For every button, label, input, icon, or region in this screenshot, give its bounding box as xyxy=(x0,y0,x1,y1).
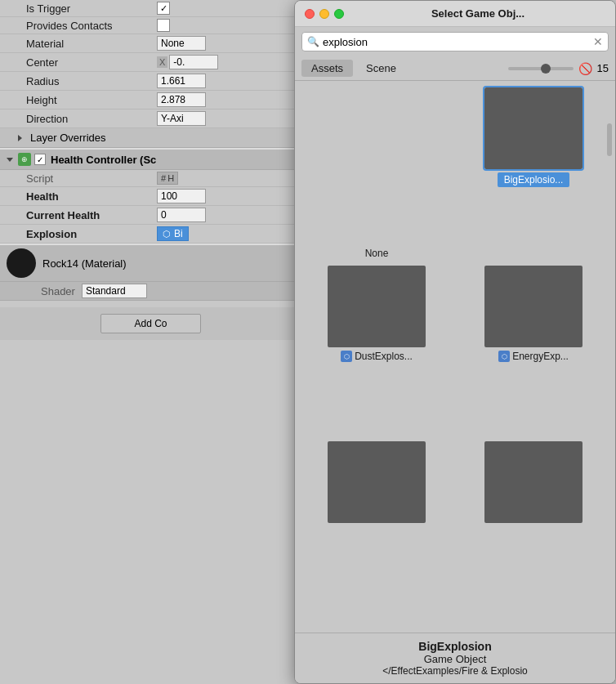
explosion-label: Explosion xyxy=(26,228,157,240)
material-value[interactable]: None xyxy=(157,36,206,51)
tab-scene[interactable]: Scene xyxy=(356,60,406,77)
dialog-bottom: BigExplosion Game Object </EffectExample… xyxy=(295,633,615,683)
provides-contacts-checkbox[interactable] xyxy=(157,19,170,32)
health-controller-header: ⊕ ✓ Health Controller (Sc xyxy=(0,148,301,170)
radius-label: Radius xyxy=(26,75,157,87)
shader-value[interactable]: Standard xyxy=(82,284,147,298)
explosion-value: Bi xyxy=(174,228,183,239)
asset-item-dustexplosion[interactable]: ⬡ DustExplos... xyxy=(301,266,452,434)
explosion-row: Explosion ⬡ Bi xyxy=(0,225,301,244)
height-value[interactable]: 2.878 xyxy=(157,92,206,107)
search-clear-icon[interactable]: ✕ xyxy=(593,35,603,48)
asset-label-row-energyexplosion: ⬡ EnergyExp... xyxy=(498,351,569,362)
script-row: Script # H xyxy=(0,170,301,187)
shader-label: Shader xyxy=(41,285,75,297)
asset-none-label: None xyxy=(365,248,389,259)
size-slider-thumb[interactable] xyxy=(541,64,551,74)
is-trigger-checkbox[interactable]: ✓ xyxy=(157,2,170,15)
radius-row: Radius 1.661 xyxy=(0,72,301,91)
select-game-object-dialog: Select Game Obj... 🔍 ✕ Assets Scene 🚫 15… xyxy=(294,0,616,684)
health-controller-icon: ⊕ xyxy=(18,153,31,166)
center-label: Center xyxy=(26,56,157,69)
script-value: H xyxy=(167,173,174,183)
dialog-titlebar: Select Game Obj... xyxy=(295,1,615,27)
search-bar: 🔍 ✕ xyxy=(301,32,609,51)
asset-label-dustexplosion: DustExplos... xyxy=(355,351,413,362)
asset-label-energyexplosion: EnergyExp... xyxy=(512,351,569,362)
center-x-value[interactable]: -0. xyxy=(169,55,218,69)
material-row: Material None xyxy=(0,34,301,53)
selected-asset-type: Game Object xyxy=(305,653,605,665)
direction-label: Direction xyxy=(26,113,157,125)
material-preview xyxy=(7,248,36,278)
explosion-value-box[interactable]: ⬡ Bi xyxy=(157,226,189,241)
current-health-value[interactable]: 0 xyxy=(157,208,206,222)
asset-thumbnail-bigexplosion xyxy=(484,87,583,169)
height-row: Height 2.878 xyxy=(0,91,301,110)
asset-label-bigexplosion: BigExplosio... xyxy=(498,172,570,187)
direction-value[interactable]: Y-Axi xyxy=(157,111,206,126)
eye-slash-icon: 🚫 xyxy=(578,62,592,75)
layer-overrides-row[interactable]: Layer Overrides xyxy=(0,128,301,148)
center-value-group: X -0. xyxy=(157,55,218,69)
is-trigger-row: Is Trigger ✓ xyxy=(0,0,301,17)
asset-item-bigexplosion[interactable]: BigExplosio... xyxy=(458,87,609,259)
script-label: Script xyxy=(26,172,157,185)
asset-cube-icon-dustexplosion: ⬡ xyxy=(341,351,352,362)
maximize-button[interactable] xyxy=(334,9,344,19)
health-label: Health xyxy=(26,190,157,203)
health-controller-expand-icon xyxy=(7,158,13,162)
asset-thumbnail-dustexplosion xyxy=(328,266,426,347)
health-controller-checkbox[interactable]: ✓ xyxy=(34,154,46,165)
minimize-button[interactable] xyxy=(319,9,329,19)
current-health-row: Current Health 0 xyxy=(0,206,301,225)
asset-item-6[interactable] xyxy=(458,441,609,595)
material-name: Rock14 (Material) xyxy=(42,257,127,270)
shader-row: Shader Standard xyxy=(0,282,301,301)
add-component-row: Add Co xyxy=(0,307,301,340)
selected-asset-path: </EffectExamples/Fire & Explosio xyxy=(305,665,605,677)
layer-overrides-expand-icon xyxy=(18,135,22,141)
asset-count: 15 xyxy=(597,62,609,74)
asset-item-5[interactable] xyxy=(301,441,452,595)
height-label: Height xyxy=(26,94,157,106)
direction-row: Direction Y-Axi xyxy=(0,110,301,128)
asset-item-none[interactable]: None xyxy=(301,87,452,259)
radius-value[interactable]: 1.661 xyxy=(157,74,206,88)
assets-grid: None BigExplosio... ⬡ DustExplos... ⬡ En… xyxy=(295,81,615,601)
is-trigger-label: Is Trigger xyxy=(26,2,157,15)
explosion-cube-icon: ⬡ xyxy=(163,229,171,239)
health-value[interactable]: 100 xyxy=(157,189,206,203)
health-row: Health 100 xyxy=(0,187,301,206)
dialog-title: Select Game Obj... xyxy=(350,7,605,20)
asset-item-energyexplosion[interactable]: ⬡ EnergyExp... xyxy=(458,266,609,434)
material-section-row: Rock14 (Material) xyxy=(0,244,301,282)
size-slider-track[interactable] xyxy=(508,67,574,70)
tab-slider-area: 🚫 15 xyxy=(508,62,609,75)
search-icon: 🔍 xyxy=(307,36,319,47)
asset-thumbnail-5 xyxy=(328,441,426,523)
center-row: Center X -0. xyxy=(0,53,301,72)
script-value-box[interactable]: # H xyxy=(157,172,178,185)
provides-contacts-row: Provides Contacts xyxy=(0,17,301,34)
traffic-lights xyxy=(305,9,344,19)
selected-asset-name: BigExplosion xyxy=(305,640,605,653)
tabs-bar: Assets Scene 🚫 15 xyxy=(295,56,615,81)
layer-overrides-label: Layer Overrides xyxy=(30,132,105,144)
asset-cube-icon-energyexplosion: ⬡ xyxy=(498,351,510,362)
search-input[interactable] xyxy=(323,36,590,48)
material-label: Material xyxy=(26,38,157,50)
add-component-button[interactable]: Add Co xyxy=(100,314,200,333)
current-health-label: Current Health xyxy=(26,209,157,221)
scroll-indicator[interactable] xyxy=(607,123,612,156)
asset-thumbnail-6 xyxy=(484,441,583,523)
inspector-panel: Is Trigger ✓ Provides Contacts Material … xyxy=(0,0,302,684)
health-controller-title: Health Controller (Sc xyxy=(51,154,156,166)
center-x-label: X xyxy=(157,56,167,68)
asset-thumbnail-energyexplosion xyxy=(484,266,583,347)
asset-label-row-dustexplosion: ⬡ DustExplos... xyxy=(341,351,413,362)
hash-icon: # xyxy=(161,173,166,183)
close-button[interactable] xyxy=(305,9,315,19)
tab-assets[interactable]: Assets xyxy=(301,60,353,77)
provides-contacts-label: Provides Contacts xyxy=(26,20,157,32)
